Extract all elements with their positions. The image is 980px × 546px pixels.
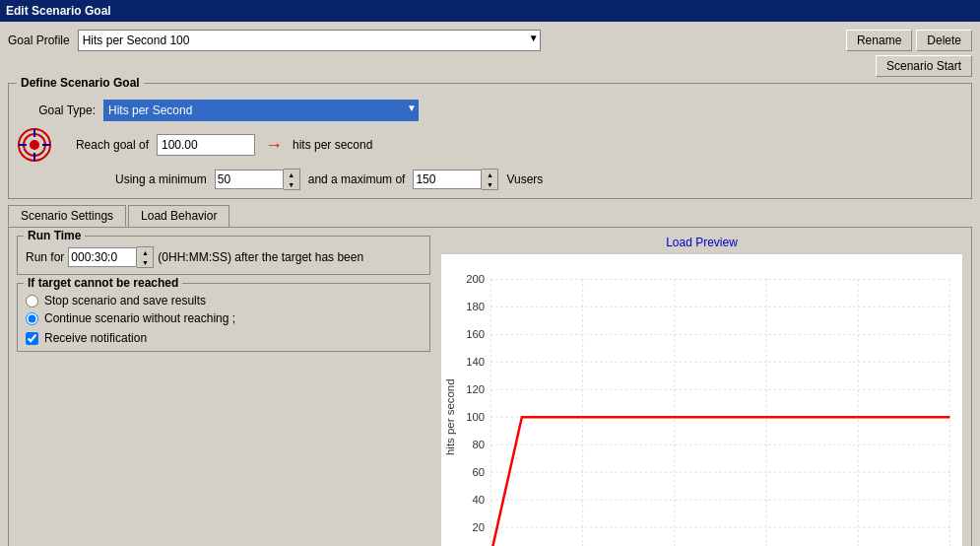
vusers-row: Using a minimum ▲ ▼ and a maximum of ▲ ▼… <box>115 169 963 190</box>
max-input[interactable] <box>413 170 482 189</box>
max-spinner-btns: ▲ ▼ <box>482 169 498 190</box>
goal-type-label: Goal Type: <box>17 103 96 117</box>
title-bar-label: Edit Scenario Goal <box>6 4 111 18</box>
red-arrow-icon: → <box>265 135 283 156</box>
tab-load-behavior[interactable]: Load Behavior <box>128 205 229 227</box>
svg-text:180: 180 <box>466 301 485 312</box>
svg-text:80: 80 <box>472 439 485 450</box>
run-time-label: Run Time <box>24 229 85 242</box>
if-target-box: If target cannot be reached Stop scenari… <box>17 283 430 352</box>
tabs: Scenario Settings Load Behavior <box>8 205 972 227</box>
goal-profile-row: Goal Profile Hits per Second 100 ▼ <box>8 30 541 51</box>
chart-title: Load Preview <box>440 236 963 249</box>
chart-container: .grid { stroke: #ccc; stroke-width: 0.5;… <box>440 253 963 546</box>
reach-goal-label: Reach goal of <box>60 138 149 152</box>
run-time-row: Run for ▲ ▼ (0HH:MM:SS) after the target… <box>26 246 422 268</box>
if-target-label: If target cannot be reached <box>24 276 182 290</box>
min-input[interactable] <box>215 170 284 189</box>
top-buttons: Rename Delete <box>846 30 972 51</box>
reach-goal-unit: hits per second <box>293 138 372 152</box>
svg-text:hits per second: hits per second <box>444 378 456 455</box>
run-for-label: Run for <box>26 250 64 264</box>
radio-continue[interactable] <box>26 312 38 325</box>
run-for-spinner-btns: ▲ ▼ <box>137 246 154 268</box>
delete-button[interactable]: Delete <box>916 30 972 51</box>
radio-item-2: Continue scenario without reaching ; <box>26 311 422 325</box>
run-time-box: Run Time Run for ▲ ▼ (0HH:MM:SS) after t… <box>17 236 430 275</box>
define-goal-box: Define Scenario Goal Goal Type: Hits per… <box>8 83 972 199</box>
vusers-label: Vusers <box>506 172 543 186</box>
tab-content: Run Time Run for ▲ ▼ (0HH:MM:SS) after t… <box>8 227 972 546</box>
goal-type-row: Goal Type: Hits per Second ▼ <box>17 100 963 121</box>
target-icon <box>17 127 52 163</box>
main-content: Goal Profile Hits per Second 100 ▼ Renam… <box>0 22 980 546</box>
radio-stop-label: Stop scenario and save results <box>44 294 206 307</box>
min-down-button[interactable]: ▼ <box>284 179 299 189</box>
svg-point-2 <box>30 140 39 150</box>
tab-scenario-settings[interactable]: Scenario Settings <box>8 205 126 227</box>
svg-text:100: 100 <box>466 411 485 423</box>
radio-stop[interactable] <box>26 295 38 307</box>
min-up-button[interactable]: ▲ <box>284 170 299 179</box>
chart-svg: .grid { stroke: #ccc; stroke-width: 0.5;… <box>441 254 962 546</box>
max-up-button[interactable]: ▲ <box>482 170 497 179</box>
left-panel: Run Time Run for ▲ ▼ (0HH:MM:SS) after t… <box>17 236 430 546</box>
svg-text:120: 120 <box>466 383 485 395</box>
notify-checkbox[interactable] <box>26 332 38 345</box>
goal-type-dropdown-container: Hits per Second ▼ <box>103 100 419 121</box>
svg-text:140: 140 <box>466 356 485 368</box>
run-for-spinner: ▲ ▼ <box>68 246 154 268</box>
reach-goal-input[interactable] <box>157 134 255 156</box>
run-for-input[interactable] <box>68 247 137 267</box>
goal-profile-dropdown[interactable]: Hits per Second 100 <box>78 30 541 51</box>
title-bar: Edit Scenario Goal <box>0 0 980 22</box>
reach-goal-row: Reach goal of → hits per second <box>17 127 963 163</box>
svg-text:160: 160 <box>466 328 485 340</box>
define-goal-title: Define Scenario Goal <box>17 76 144 90</box>
svg-text:60: 60 <box>472 466 485 478</box>
min-spinner: ▲ ▼ <box>215 169 300 190</box>
rename-button[interactable]: Rename <box>846 30 912 51</box>
min-spinner-btns: ▲ ▼ <box>284 169 300 190</box>
goal-type-dropdown[interactable]: Hits per Second <box>103 100 419 121</box>
notify-label: Receive notification <box>44 331 147 345</box>
svg-text:40: 40 <box>472 494 485 506</box>
right-panel: Load Preview .grid { stroke: #ccc; strok… <box>440 236 963 546</box>
run-for-up-button[interactable]: ▲ <box>137 247 153 257</box>
max-down-button[interactable]: ▼ <box>482 179 497 189</box>
goal-profile-label: Goal Profile <box>8 34 70 47</box>
radio-continue-label: Continue scenario without reaching ; <box>44 311 235 325</box>
goal-profile-dropdown-container: Hits per Second 100 ▼ <box>78 30 541 51</box>
run-for-unit: (0HH:MM:SS) after the target has been <box>158 250 363 264</box>
run-for-down-button[interactable]: ▼ <box>137 257 153 267</box>
max-label: and a maximum of <box>308 172 406 186</box>
radio-item-1: Stop scenario and save results <box>26 294 422 307</box>
radio-group: Stop scenario and save results Continue … <box>26 294 422 325</box>
max-spinner: ▲ ▼ <box>413 169 498 190</box>
min-label: Using a minimum <box>115 172 207 186</box>
scenario-start-button[interactable]: Scenario Start <box>876 55 972 77</box>
top-bar: Goal Profile Hits per Second 100 ▼ Renam… <box>8 30 972 51</box>
svg-text:20: 20 <box>472 521 485 533</box>
svg-text:200: 200 <box>466 273 485 285</box>
checkbox-item: Receive notification <box>26 331 422 345</box>
